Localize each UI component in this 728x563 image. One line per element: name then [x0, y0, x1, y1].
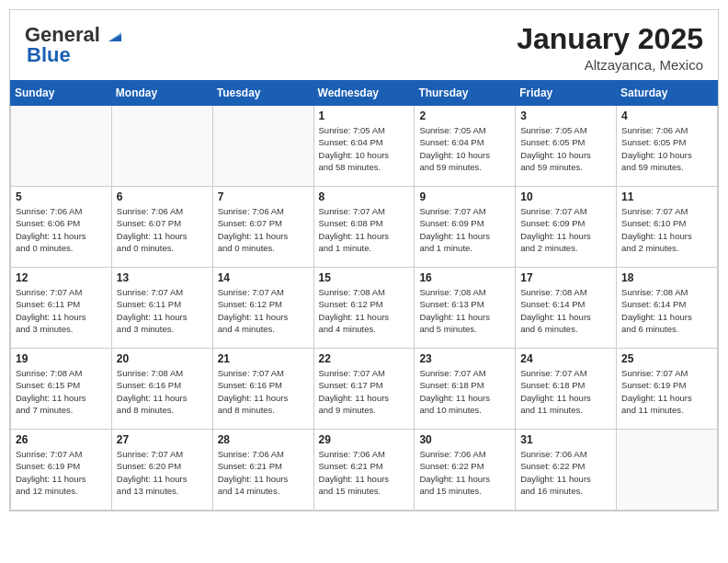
day-number: 28 [218, 433, 309, 446]
calendar-day-cell: 31Sunrise: 7:06 AM Sunset: 6:22 PM Dayli… [516, 430, 617, 511]
calendar-day-cell: 7Sunrise: 7:06 AM Sunset: 6:07 PM Daylig… [212, 187, 313, 268]
calendar-day-cell: 15Sunrise: 7:08 AM Sunset: 6:12 PM Dayli… [313, 268, 415, 349]
day-number: 14 [218, 271, 309, 284]
day-info: Sunrise: 7:06 AM Sunset: 6:21 PM Dayligh… [218, 448, 309, 497]
calendar-day-cell: 12Sunrise: 7:07 AM Sunset: 6:11 PM Dayli… [11, 268, 112, 349]
calendar-day-cell [111, 106, 212, 187]
day-info: Sunrise: 7:08 AM Sunset: 6:16 PM Dayligh… [117, 367, 208, 416]
logo-blue-text: Blue [27, 43, 71, 67]
calendar-page: General Blue January 2025 Altzayanca, Me… [9, 9, 719, 511]
day-number: 9 [419, 190, 510, 203]
calendar-day-cell: 23Sunrise: 7:07 AM Sunset: 6:18 PM Dayli… [415, 349, 516, 430]
day-info: Sunrise: 7:06 AM Sunset: 6:21 PM Dayligh… [319, 448, 410, 497]
day-number: 7 [218, 190, 309, 203]
day-of-week-header: Monday [111, 81, 212, 106]
day-info: Sunrise: 7:08 AM Sunset: 6:14 PM Dayligh… [520, 286, 611, 335]
day-number: 11 [621, 190, 712, 203]
day-info: Sunrise: 7:06 AM Sunset: 6:22 PM Dayligh… [520, 448, 611, 497]
calendar-week-row: 26Sunrise: 7:07 AM Sunset: 6:19 PM Dayli… [11, 430, 718, 511]
day-info: Sunrise: 7:05 AM Sunset: 6:04 PM Dayligh… [319, 124, 410, 173]
calendar-day-cell: 28Sunrise: 7:06 AM Sunset: 6:21 PM Dayli… [212, 430, 313, 511]
day-number: 21 [218, 352, 309, 365]
day-of-week-header: Sunday [11, 81, 112, 106]
day-number: 13 [117, 271, 208, 284]
calendar-day-cell: 3Sunrise: 7:05 AM Sunset: 6:05 PM Daylig… [516, 106, 617, 187]
day-number: 12 [16, 271, 107, 284]
day-info: Sunrise: 7:07 AM Sunset: 6:12 PM Dayligh… [218, 286, 309, 335]
day-info: Sunrise: 7:07 AM Sunset: 6:20 PM Dayligh… [117, 448, 208, 497]
day-info: Sunrise: 7:07 AM Sunset: 6:09 PM Dayligh… [520, 205, 611, 254]
day-number: 25 [621, 352, 712, 365]
day-number: 24 [520, 352, 611, 365]
calendar-week-row: 1Sunrise: 7:05 AM Sunset: 6:04 PM Daylig… [11, 106, 718, 187]
day-info: Sunrise: 7:05 AM Sunset: 6:05 PM Dayligh… [520, 124, 611, 173]
logo: General Blue [25, 23, 123, 67]
calendar-day-cell: 27Sunrise: 7:07 AM Sunset: 6:20 PM Dayli… [111, 430, 212, 511]
day-number: 16 [419, 271, 510, 284]
calendar-header-row: SundayMondayTuesdayWednesdayThursdayFrid… [11, 81, 718, 106]
day-number: 19 [16, 352, 107, 365]
calendar-day-cell: 10Sunrise: 7:07 AM Sunset: 6:09 PM Dayli… [516, 187, 617, 268]
calendar-day-cell [617, 430, 718, 511]
day-number: 22 [319, 352, 410, 365]
header: General Blue January 2025 Altzayanca, Me… [10, 10, 718, 80]
day-info: Sunrise: 7:05 AM Sunset: 6:04 PM Dayligh… [419, 124, 510, 173]
day-info: Sunrise: 7:07 AM Sunset: 6:19 PM Dayligh… [16, 448, 107, 497]
day-info: Sunrise: 7:07 AM Sunset: 6:18 PM Dayligh… [419, 367, 510, 416]
day-of-week-header: Tuesday [212, 81, 313, 106]
calendar-day-cell: 14Sunrise: 7:07 AM Sunset: 6:12 PM Dayli… [212, 268, 313, 349]
day-number: 6 [117, 190, 208, 203]
calendar-day-cell: 13Sunrise: 7:07 AM Sunset: 6:11 PM Dayli… [111, 268, 212, 349]
calendar-day-cell: 2Sunrise: 7:05 AM Sunset: 6:04 PM Daylig… [415, 106, 516, 187]
calendar-day-cell: 8Sunrise: 7:07 AM Sunset: 6:08 PM Daylig… [313, 187, 415, 268]
calendar-day-cell: 25Sunrise: 7:07 AM Sunset: 6:19 PM Dayli… [617, 349, 718, 430]
day-info: Sunrise: 7:07 AM Sunset: 6:16 PM Dayligh… [218, 367, 309, 416]
calendar-week-row: 5Sunrise: 7:06 AM Sunset: 6:06 PM Daylig… [11, 187, 718, 268]
day-info: Sunrise: 7:07 AM Sunset: 6:09 PM Dayligh… [419, 205, 510, 254]
calendar-day-cell: 17Sunrise: 7:08 AM Sunset: 6:14 PM Dayli… [516, 268, 617, 349]
day-of-week-header: Thursday [415, 81, 516, 106]
calendar-day-cell: 20Sunrise: 7:08 AM Sunset: 6:16 PM Dayli… [111, 349, 212, 430]
location-title: Altzayanca, Mexico [517, 57, 703, 73]
calendar-week-row: 12Sunrise: 7:07 AM Sunset: 6:11 PM Dayli… [11, 268, 718, 349]
day-of-week-header: Friday [516, 81, 617, 106]
day-number: 15 [319, 271, 410, 284]
calendar-day-cell: 29Sunrise: 7:06 AM Sunset: 6:21 PM Dayli… [313, 430, 415, 511]
day-number: 2 [419, 109, 510, 122]
day-number: 1 [319, 109, 410, 122]
title-block: January 2025 Altzayanca, Mexico [517, 23, 703, 73]
calendar-day-cell [11, 106, 112, 187]
day-info: Sunrise: 7:06 AM Sunset: 6:07 PM Dayligh… [218, 205, 309, 254]
calendar-day-cell: 30Sunrise: 7:06 AM Sunset: 6:22 PM Dayli… [415, 430, 516, 511]
day-info: Sunrise: 7:08 AM Sunset: 6:14 PM Dayligh… [621, 286, 712, 335]
calendar-day-cell: 26Sunrise: 7:07 AM Sunset: 6:19 PM Dayli… [11, 430, 112, 511]
day-number: 23 [419, 352, 510, 365]
day-info: Sunrise: 7:06 AM Sunset: 6:06 PM Dayligh… [16, 205, 107, 254]
day-of-week-header: Saturday [617, 81, 718, 106]
calendar-day-cell: 24Sunrise: 7:07 AM Sunset: 6:18 PM Dayli… [516, 349, 617, 430]
day-info: Sunrise: 7:06 AM Sunset: 6:22 PM Dayligh… [419, 448, 510, 497]
day-info: Sunrise: 7:08 AM Sunset: 6:13 PM Dayligh… [419, 286, 510, 335]
day-number: 26 [16, 433, 107, 446]
day-number: 18 [621, 271, 712, 284]
calendar-day-cell: 21Sunrise: 7:07 AM Sunset: 6:16 PM Dayli… [212, 349, 313, 430]
day-number: 3 [520, 109, 611, 122]
day-number: 5 [16, 190, 107, 203]
calendar-day-cell: 6Sunrise: 7:06 AM Sunset: 6:07 PM Daylig… [111, 187, 212, 268]
day-info: Sunrise: 7:07 AM Sunset: 6:11 PM Dayligh… [16, 286, 107, 335]
calendar-day-cell: 22Sunrise: 7:07 AM Sunset: 6:17 PM Dayli… [313, 349, 415, 430]
calendar-week-row: 19Sunrise: 7:08 AM Sunset: 6:15 PM Dayli… [11, 349, 718, 430]
day-number: 10 [520, 190, 611, 203]
day-info: Sunrise: 7:06 AM Sunset: 6:07 PM Dayligh… [117, 205, 208, 254]
day-number: 31 [520, 433, 611, 446]
day-info: Sunrise: 7:08 AM Sunset: 6:12 PM Dayligh… [319, 286, 410, 335]
day-info: Sunrise: 7:07 AM Sunset: 6:17 PM Dayligh… [319, 367, 410, 416]
day-info: Sunrise: 7:07 AM Sunset: 6:18 PM Dayligh… [520, 367, 611, 416]
calendar-day-cell: 1Sunrise: 7:05 AM Sunset: 6:04 PM Daylig… [313, 106, 415, 187]
calendar-day-cell: 18Sunrise: 7:08 AM Sunset: 6:14 PM Dayli… [617, 268, 718, 349]
calendar-day-cell: 9Sunrise: 7:07 AM Sunset: 6:09 PM Daylig… [415, 187, 516, 268]
day-number: 30 [419, 433, 510, 446]
calendar-day-cell: 11Sunrise: 7:07 AM Sunset: 6:10 PM Dayli… [617, 187, 718, 268]
day-info: Sunrise: 7:07 AM Sunset: 6:08 PM Dayligh… [319, 205, 410, 254]
day-info: Sunrise: 7:07 AM Sunset: 6:11 PM Dayligh… [117, 286, 208, 335]
